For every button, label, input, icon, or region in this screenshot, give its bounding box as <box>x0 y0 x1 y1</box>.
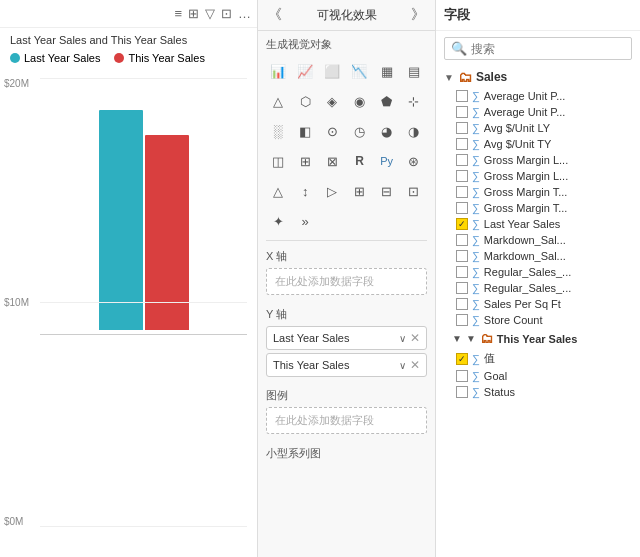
field-type-sigma-1: ∑ <box>472 90 480 102</box>
expand-right-button[interactable]: 》 <box>409 6 427 24</box>
field-checkbox-tys-val[interactable]: ✓ <box>456 353 468 365</box>
viz-icon-card[interactable]: ◷ <box>347 120 371 142</box>
field-checkbox-gm2[interactable] <box>456 170 468 182</box>
field-checkbox-rs2[interactable] <box>456 282 468 294</box>
viz-icon-ribbon[interactable]: △ <box>266 90 290 112</box>
viz-icon-gauge[interactable]: ⊙ <box>320 120 344 142</box>
viz-icon-donut[interactable]: ⊹ <box>402 90 426 112</box>
viz-icon-line[interactable]: 📉 <box>347 60 371 82</box>
field-item-gross-margin-4[interactable]: ∑ Gross Margin T... <box>436 200 640 216</box>
field-type-sigma-6: ∑ <box>472 170 480 182</box>
field-checkbox-gm1[interactable] <box>456 154 468 166</box>
field-checkbox-rs1[interactable] <box>456 266 468 278</box>
field-checkbox-md1[interactable] <box>456 234 468 246</box>
field-type-sigma-2: ∑ <box>472 106 480 118</box>
viz-icon-col[interactable]: ▤ <box>402 60 426 82</box>
viz-icon-play[interactable]: ▷ <box>320 180 344 202</box>
field-item-store-count[interactable]: ∑ Store Count <box>436 312 640 328</box>
field-checkbox-avg-ly[interactable] <box>456 122 468 134</box>
field-checkbox-lys[interactable]: ✓ <box>456 218 468 230</box>
y-label-0m: $0M <box>4 516 29 527</box>
field-type-sigma-4: ∑ <box>472 138 480 150</box>
field-checkbox-gm3[interactable] <box>456 186 468 198</box>
field-item-last-year-sales[interactable]: ✓ ∑ Last Year Sales <box>436 216 640 232</box>
field-item-avg-unit-2[interactable]: ∑ Average Unit P... <box>436 104 640 120</box>
field-checkbox-tys-goal[interactable] <box>456 370 468 382</box>
field-item-markdown-2[interactable]: ∑ Markdown_Sal... <box>436 248 640 264</box>
field-type-sigma-11: ∑ <box>472 250 480 262</box>
legend-dot-red <box>114 53 124 63</box>
viz-icon-matrix2[interactable]: ⊠ <box>320 150 344 172</box>
viz-icon-r[interactable]: R <box>347 150 371 172</box>
field-item-regular-sales-2[interactable]: ∑ Regular_Sales_... <box>436 280 640 296</box>
field-item-gross-margin-2[interactable]: ∑ Gross Margin L... <box>436 168 640 184</box>
viz-icon-scatter[interactable]: ⬜ <box>320 60 344 82</box>
field-checkbox-spsf[interactable] <box>456 298 468 310</box>
sales-group-header[interactable]: ▼ 🗂 Sales <box>436 66 640 88</box>
field-checkbox-avg-ty[interactable] <box>456 138 468 150</box>
field-checkbox-sc[interactable] <box>456 314 468 326</box>
field-item-tys-goal[interactable]: ∑ Goal <box>436 368 640 384</box>
legend-drop-zone[interactable]: 在此处添加数据字段 <box>266 407 427 434</box>
viz-icon-bar[interactable]: 📊 <box>266 60 290 82</box>
field-item-tys-status[interactable]: ∑ Status <box>436 384 640 400</box>
hamburger-icon[interactable]: ≡ <box>174 6 182 21</box>
viz-icon-scatter2[interactable]: ◉ <box>347 90 371 112</box>
viz-icon-custom[interactable]: ⊛ <box>402 150 426 172</box>
viz-icon-img[interactable]: ⊟ <box>375 180 399 202</box>
field-type-sigma-tys2: ∑ <box>472 370 480 382</box>
viz-icon-grid2[interactable]: ⊞ <box>347 180 371 202</box>
filter-icon[interactable]: ▽ <box>205 6 215 21</box>
field-item-regular-sales-1[interactable]: ∑ Regular_Sales_... <box>436 264 640 280</box>
viz-icon-area[interactable]: ▦ <box>375 60 399 82</box>
viz-icon-slicer[interactable]: ◫ <box>266 150 290 172</box>
field-item-tys-value[interactable]: ✓ ∑ 值 <box>436 349 640 368</box>
expand-icon[interactable]: ⊡ <box>221 6 232 21</box>
field-item-avg-unit-ty[interactable]: ∑ Avg $/Unit TY <box>436 136 640 152</box>
field-checkbox-avg-unit-2[interactable] <box>456 106 468 118</box>
viz-icon-treemap[interactable]: ░ <box>266 120 290 142</box>
field-checkbox-tys-status[interactable] <box>456 386 468 398</box>
fields-search-box[interactable]: 🔍 <box>444 37 632 60</box>
y-axis-field-1-remove[interactable]: ✕ <box>410 358 420 372</box>
field-item-markdown-1[interactable]: ∑ Markdown_Sal... <box>436 232 640 248</box>
viz-icon-table[interactable]: ⊞ <box>293 150 317 172</box>
grid-icon[interactable]: ⊞ <box>188 6 199 21</box>
y-axis-field-0[interactable]: Last Year Sales ∨ ✕ <box>266 326 427 350</box>
viz-icon-text[interactable]: ⊡ <box>402 180 426 202</box>
search-input[interactable] <box>471 42 625 56</box>
field-checkbox-gm4[interactable] <box>456 202 468 214</box>
field-checkbox-avg-unit-1[interactable] <box>456 90 468 102</box>
viz-icon-star[interactable]: ✦ <box>266 210 290 232</box>
viz-icon-map[interactable]: ◧ <box>293 120 317 142</box>
y-axis-field-0-arrow[interactable]: ∨ <box>399 333 406 344</box>
viz-icon-python[interactable]: Py <box>375 150 399 172</box>
viz-icon-funnel[interactable]: ◈ <box>320 90 344 112</box>
field-type-sigma-12: ∑ <box>472 266 480 278</box>
viz-icon-arrow[interactable]: ↕ <box>293 180 317 202</box>
viz-icon-kpi[interactable]: ◕ <box>375 120 399 142</box>
field-item-gross-margin-1[interactable]: ∑ Gross Margin L... <box>436 152 640 168</box>
field-item-avg-unit-1[interactable]: ∑ Average Unit P... <box>436 88 640 104</box>
field-checkbox-md2[interactable] <box>456 250 468 262</box>
viz-icon-bar2[interactable]: 📈 <box>293 60 317 82</box>
field-item-gross-margin-3[interactable]: ∑ Gross Margin T... <box>436 184 640 200</box>
more-icon[interactable]: … <box>238 6 251 21</box>
viz-icon-pie[interactable]: ⬟ <box>375 90 399 112</box>
field-item-sales-per-sq[interactable]: ∑ Sales Per Sq Ft <box>436 296 640 312</box>
collapse-left-button[interactable]: 《 <box>266 6 284 24</box>
x-axis-drop-zone[interactable]: 在此处添加数据字段 <box>266 268 427 295</box>
sales-group-arrow: ▼ <box>444 72 454 83</box>
legend-item-last-year: Last Year Sales <box>10 52 100 64</box>
viz-icon-waterfall[interactable]: ⬡ <box>293 90 317 112</box>
y-axis-field-1[interactable]: This Year Sales ∨ ✕ <box>266 353 427 377</box>
y-axis-field-1-arrow[interactable]: ∨ <box>399 360 406 371</box>
fields-panel: 字段 🔍 ▼ 🗂 Sales ∑ Average Unit P... ∑ Ave… <box>436 0 640 557</box>
this-year-sales-group-header[interactable]: ▼ ▼ 🗂 This Year Sales <box>436 328 640 349</box>
y-axis-field-0-remove[interactable]: ✕ <box>410 331 420 345</box>
viz-icon-matrix[interactable]: ◑ <box>402 120 426 142</box>
viz-icon-shape[interactable]: △ <box>266 180 290 202</box>
field-item-avg-unit-ly[interactable]: ∑ Avg $/Unit LY <box>436 120 640 136</box>
viz-icon-more[interactable]: » <box>293 210 317 232</box>
field-name-gm2: Gross Margin L... <box>484 170 568 182</box>
